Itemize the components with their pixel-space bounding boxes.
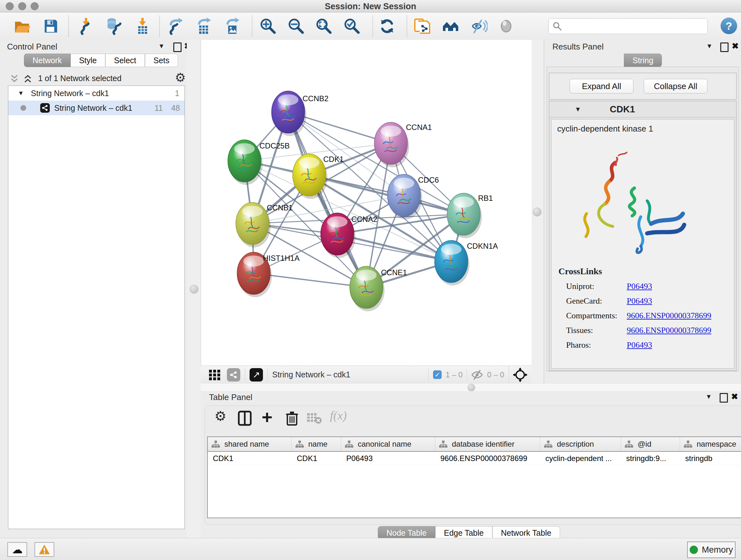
- crosslink-row: GeneCard:P06493: [566, 294, 734, 308]
- collapse-all-button[interactable]: Collapse All: [644, 79, 708, 94]
- crosslink-link[interactable]: P06493: [627, 282, 652, 291]
- network-options-gear-icon[interactable]: ⚙: [175, 71, 186, 84]
- apply-layout-icon[interactable]: [378, 17, 396, 36]
- hide-selected-icon[interactable]: [469, 17, 488, 36]
- network-row[interactable]: String Network – cdk1 11 48: [8, 101, 185, 115]
- results-panel-collapse-icon[interactable]: ▼: [706, 43, 713, 50]
- export-table-icon[interactable]: [195, 17, 213, 36]
- crosslink-label: Pharos:: [566, 340, 627, 350]
- network-node-label-CCNE1: CCNE1: [381, 268, 407, 277]
- export-image-icon[interactable]: [223, 17, 241, 36]
- table-tab-network-table[interactable]: Network Table: [492, 526, 560, 540]
- zoom-in-icon[interactable]: [259, 17, 277, 36]
- protein-header[interactable]: ▼ CDK1: [549, 101, 736, 118]
- tab-sets[interactable]: Sets: [145, 54, 178, 67]
- table-panel-collapse-icon[interactable]: ▼: [705, 393, 712, 400]
- selected-checkbox-icon[interactable]: ✓: [433, 370, 442, 379]
- delete-column-trash-icon[interactable]: [284, 410, 300, 426]
- column-header-canonical-name[interactable]: canonical name: [341, 437, 435, 451]
- left-splitter[interactable]: [187, 40, 201, 538]
- zoom-fit-icon[interactable]: [315, 17, 333, 36]
- control-panel-float-icon[interactable]: [173, 43, 182, 52]
- column-header-@id[interactable]: @id: [621, 437, 680, 451]
- protein-collapse-icon[interactable]: ▼: [575, 106, 581, 113]
- column-header-shared-name[interactable]: shared name: [208, 437, 292, 451]
- table-cell[interactable]: CDK1: [208, 452, 292, 465]
- import-table-icon[interactable]: [133, 17, 152, 36]
- results-panel-float-icon[interactable]: [720, 43, 729, 52]
- table-tab-node-table[interactable]: Node Table: [378, 526, 435, 540]
- hidden-eye-icon[interactable]: [471, 370, 483, 380]
- tab-network[interactable]: Network: [24, 54, 71, 67]
- results-tab-string[interactable]: String: [624, 54, 662, 67]
- table-panel-float-icon[interactable]: [720, 393, 728, 402]
- column-header-name[interactable]: name: [292, 437, 341, 451]
- tree-expand-icon[interactable]: ▼: [18, 90, 24, 97]
- save-session-icon[interactable]: [42, 17, 60, 36]
- results-panel-close-icon[interactable]: ✖: [732, 41, 739, 51]
- show-columns-icon[interactable]: [237, 410, 253, 426]
- table-tab-edge-table[interactable]: Edge Table: [435, 526, 492, 540]
- network-edge-CCNB2-CCNE1[interactable]: [288, 112, 366, 287]
- table-panel: Table Panel ▼ ✖ ⚙ + f(x) shared namename…: [201, 391, 741, 538]
- table-panel-close-icon[interactable]: ✖: [731, 392, 738, 401]
- memory-button[interactable]: Memory: [687, 542, 736, 558]
- bottom-splitter-handle[interactable]: [468, 384, 475, 391]
- bottom-splitter[interactable]: [201, 383, 741, 391]
- tab-style[interactable]: Style: [71, 54, 106, 67]
- add-column-icon[interactable]: +: [262, 407, 273, 428]
- crosslink-link[interactable]: 9606.ENSP00000378699: [627, 311, 711, 320]
- network-collection-row[interactable]: ▼ String Network – cdk1 1: [8, 86, 185, 101]
- table-cell[interactable]: CDK1: [292, 452, 341, 465]
- table-row[interactable]: CDK1CDK1P064939606.ENSP00000378699cyclin…: [208, 452, 741, 465]
- open-in-window-icon[interactable]: ↗: [250, 368, 263, 381]
- selected-counts: 1 – 0: [446, 370, 462, 379]
- table-header-row: shared namenamecanonical namedatabase id…: [208, 437, 741, 452]
- network-canvas[interactable]: CCNB2CCNA1CDC25BCDK1CDC6RB1CCNB1CCNA2CDK…: [201, 40, 532, 366]
- zoom-out-icon[interactable]: [287, 17, 306, 36]
- birdseye-navigator-icon[interactable]: [513, 368, 528, 382]
- expand-all-button[interactable]: Expand All: [569, 79, 633, 94]
- cloud-button[interactable]: ☁: [7, 542, 27, 557]
- network-node-label-CDK1: CDK1: [323, 155, 344, 164]
- crosslink-link[interactable]: P06493: [627, 340, 652, 350]
- table-cell[interactable]: 9606.ENSP00000378699: [435, 452, 540, 465]
- network-edge-CDK1-RB1[interactable]: [309, 175, 464, 214]
- crosslink-row: Uniprot:P06493: [566, 279, 734, 294]
- network-node-label-CCNA2: CCNA2: [351, 215, 377, 224]
- protein-details: cyclin-dependent kinase 1: [551, 119, 734, 369]
- tab-select[interactable]: Select: [105, 54, 145, 67]
- control-panel-collapse-icon[interactable]: ▼: [158, 43, 165, 50]
- results-panel-title: Results Panel: [552, 42, 603, 52]
- crosslink-link[interactable]: P06493: [627, 296, 652, 306]
- column-header-namespace[interactable]: namespace: [680, 437, 741, 451]
- network-share-view-icon[interactable]: [227, 368, 240, 381]
- control-panel: Control Panel ▼ ✖ NetworkStyleSelectSets…: [0, 40, 187, 538]
- table-options-gear-icon[interactable]: ⚙: [214, 408, 226, 424]
- warnings-button[interactable]: [35, 542, 54, 557]
- table-cell[interactable]: stringdb:9...: [621, 452, 680, 465]
- table-cell[interactable]: cyclin-dependent ...: [540, 452, 621, 465]
- right-splitter-handle[interactable]: [533, 207, 542, 216]
- import-network-file-icon[interactable]: [77, 17, 95, 36]
- column-header-database-identifier[interactable]: database identifier: [435, 437, 540, 451]
- column-header-description[interactable]: description: [540, 437, 621, 451]
- grid-view-icon[interactable]: [208, 368, 222, 382]
- import-network-database-icon[interactable]: [105, 17, 124, 36]
- search-field[interactable]: [565, 21, 704, 31]
- left-splitter-handle[interactable]: [190, 285, 199, 294]
- export-network-icon[interactable]: [167, 17, 186, 36]
- show-all-icon[interactable]: [497, 17, 515, 36]
- help-button[interactable]: ?: [721, 17, 737, 34]
- table-cell[interactable]: P06493: [341, 452, 435, 465]
- table-cell[interactable]: stringdb: [680, 452, 741, 465]
- crosslink-link[interactable]: 9606.ENSP00000378699: [627, 326, 711, 335]
- zoom-selected-icon[interactable]: [343, 17, 361, 36]
- graphics-details-icon[interactable]: [441, 17, 460, 36]
- crosslink-label: GeneCard:: [566, 296, 627, 306]
- first-neighbors-icon[interactable]: [413, 17, 431, 36]
- network-current-dot: [20, 105, 26, 111]
- expand-collapse-bar: Expand All Collapse All: [549, 73, 737, 100]
- search-input[interactable]: [548, 18, 708, 34]
- open-session-icon[interactable]: [13, 17, 31, 36]
